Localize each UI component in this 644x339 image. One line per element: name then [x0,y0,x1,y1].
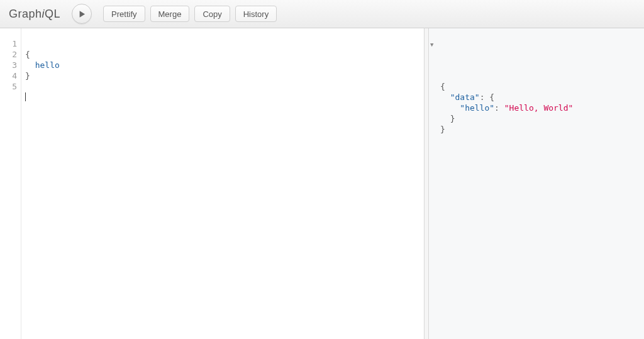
result-json[interactable]: { "data": { "hello": "Hello, World" } } [433,70,644,145]
svg-marker-0 [79,11,84,17]
app-logo: GraphiQL [9,8,60,21]
logo-part-c: QL [45,8,60,20]
json-indent [440,92,450,102]
json-brace: { [440,82,445,91]
gutter-line: 4 [0,70,21,81]
query-editor[interactable]: { hello } [21,28,424,339]
gutter-line: 3 [0,60,21,70]
prettify-button[interactable]: Prettify [103,6,145,22]
json-key: "hello" [460,103,494,113]
code-brace: } [25,71,30,81]
workspace: 1 2 3 4 5 { hello } ▼ { "data": { "hello… [0,28,644,339]
merge-button[interactable]: Merge [150,6,190,22]
play-icon [78,10,86,18]
toolbar: GraphiQL Prettify Merge Copy History [0,0,644,28]
gutter-line: 5 [0,81,21,92]
json-indent [440,103,460,113]
code-indent [25,60,35,70]
fold-caret-icon[interactable]: ▼ [430,40,433,50]
gutter-line: 1 [0,38,21,49]
gutter-line: 2 [0,49,21,60]
json-punct: : [494,103,504,113]
code-brace: { [25,50,30,59]
history-button[interactable]: History [235,6,277,22]
execute-button[interactable] [72,4,92,24]
logo-part-a: Graph [9,8,42,20]
json-punct: : { [480,92,494,102]
json-key: "data" [450,92,480,102]
result-pane: ▼ { "data": { "hello": "Hello, World" } … [429,28,644,339]
json-brace: } [440,114,455,123]
pane-resize-handle[interactable] [425,28,429,339]
json-brace: } [440,125,445,134]
line-gutter: 1 2 3 4 5 [0,28,21,339]
code-field: hello [35,60,60,70]
editor-cursor [25,92,26,101]
json-string: "Hello, World" [504,103,574,113]
query-pane: 1 2 3 4 5 { hello } [0,28,425,339]
copy-button[interactable]: Copy [194,6,230,22]
